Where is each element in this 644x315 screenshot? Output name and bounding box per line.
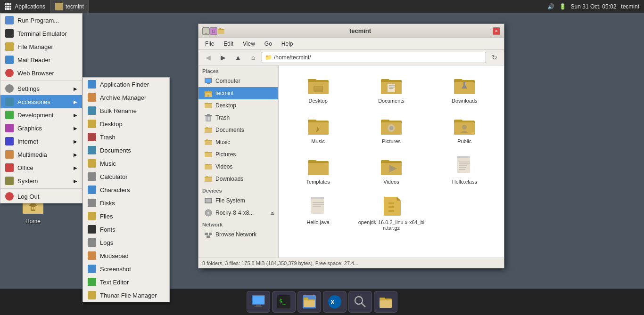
menu-item-settings[interactable]: Settings ▶	[0, 82, 82, 95]
file-item-openjdk[interactable]: openjdk-16.0.2_linu x-x64_bin.tar.gz	[355, 191, 427, 235]
svg-rect-112	[388, 202, 394, 204]
taskbar-filemgr-icon	[379, 295, 393, 309]
volume-icon[interactable]: 🔊	[547, 3, 554, 10]
window-tab-tecmint[interactable]: tecmint	[50, 0, 89, 13]
home-button[interactable]: ⌂	[247, 51, 260, 64]
reload-button[interactable]: ↻	[488, 51, 501, 64]
multimedia-icon	[5, 150, 14, 159]
apps-grid-icon	[5, 3, 11, 10]
submenu-item-texteditor[interactable]: Text Editor	[83, 275, 169, 289]
file-item-documents[interactable]: Documents	[355, 69, 427, 108]
sidebar-item-trash[interactable]: Trash	[198, 112, 278, 124]
submenu-item-disks[interactable]: Disks	[83, 196, 169, 210]
taskbar-btn-filemgr2[interactable]	[374, 291, 397, 313]
menu-item-development[interactable]: Development ▶	[0, 108, 82, 121]
submenu-item-thunar[interactable]: Thunar File Manager	[83, 289, 169, 302]
sidebar-item-documents[interactable]: Documents	[198, 124, 278, 136]
submenu-item-trash[interactable]: Trash	[83, 130, 169, 144]
fm-menu-help[interactable]: Help	[277, 39, 298, 48]
menu-item-logout[interactable]: Log Out	[0, 190, 82, 203]
submenu-item-files[interactable]: Files	[83, 210, 169, 223]
svg-point-54	[207, 212, 209, 214]
username: tecmint	[621, 3, 639, 10]
sidebar-item-filesystem[interactable]: File System	[198, 194, 278, 207]
file-item-pictures[interactable]: Pictures	[355, 110, 427, 148]
menu-item-webbrowser[interactable]: Web Browser	[0, 66, 82, 80]
graphics-icon	[5, 124, 14, 132]
submenu-item-documents[interactable]: Documents	[83, 144, 169, 157]
file-item-public[interactable]: Public	[429, 110, 500, 148]
menu-item-mailreader[interactable]: Mail Reader	[0, 53, 82, 66]
sidebar-item-browsenetwork[interactable]: Browse Network	[198, 228, 278, 241]
submenu-item-bulkrename[interactable]: Bulk Rename	[83, 104, 169, 117]
fm-menu-edit[interactable]: Edit	[219, 39, 238, 48]
taskbar-btn-desktop[interactable]	[247, 291, 270, 313]
taskbar-btn-search[interactable]	[348, 291, 372, 313]
file-item-music[interactable]: ♪ Music	[282, 110, 354, 148]
file-item-desktop[interactable]: Desktop	[282, 69, 354, 108]
submenu-item-mousepad[interactable]: Mousepad	[83, 249, 169, 262]
sidebar-item-desktop[interactable]: Desktop	[198, 99, 278, 112]
sidebar-item-downloads[interactable]: Downloads	[198, 173, 278, 185]
forward-button[interactable]: ▶	[216, 51, 230, 64]
sidebar-item-music[interactable]: Music	[198, 136, 278, 148]
applications-button[interactable]: Applications	[0, 0, 50, 13]
menu-item-graphics[interactable]: Graphics ▶	[0, 121, 82, 135]
taskbar-btn-files[interactable]	[297, 291, 321, 313]
svg-rect-99	[457, 156, 470, 158]
file-item-videos[interactable]: Videos	[355, 150, 427, 189]
submenu-item-desktop[interactable]: Desktop	[83, 117, 169, 130]
fm-menu-go[interactable]: Go	[260, 39, 277, 48]
submenu-item-characters[interactable]: Characters	[83, 183, 169, 196]
optical-drive-icon	[204, 209, 213, 217]
fm-sidebar: Places Computer tecmint	[198, 65, 279, 258]
file-item-downloads[interactable]: Downloads	[429, 69, 500, 108]
taskbar-btn-terminal[interactable]: $_	[272, 291, 296, 313]
menu-item-office[interactable]: Office ▶	[0, 161, 82, 174]
sidebar-item-pictures[interactable]: Pictures	[198, 148, 278, 161]
window-minimize-button[interactable]: _	[202, 27, 210, 35]
svg-point-86	[389, 126, 393, 130]
file-item-hellojava[interactable]: Hello.java	[282, 191, 354, 235]
sidebar-item-computer[interactable]: Computer	[198, 75, 278, 87]
file-item-helloclass[interactable]: Hello.class	[429, 150, 500, 189]
submenu-item-screenshot[interactable]: Screenshot	[83, 262, 169, 275]
svg-text:X: X	[330, 299, 335, 306]
filemanager-window: _ □ tecmint ✕ File Edit View Go Help ◀ ▶…	[198, 24, 504, 268]
file-java-icon	[307, 195, 330, 218]
menu-item-multimedia[interactable]: Multimedia ▶	[0, 148, 82, 161]
menu-item-system[interactable]: System ▶	[0, 174, 82, 187]
menu-item-filemanager[interactable]: File Manager	[0, 40, 82, 53]
svg-rect-22	[206, 84, 211, 84]
window-close-button[interactable]: ✕	[493, 27, 500, 35]
parent-button[interactable]: ▲	[231, 51, 245, 64]
menu-item-internet[interactable]: Internet ▶	[0, 135, 82, 148]
menu-item-accessories[interactable]: Accessories ▶	[0, 95, 82, 108]
fm-menu-file[interactable]: File	[200, 39, 219, 48]
svg-rect-57	[206, 236, 210, 238]
sidebar-item-videos[interactable]: Videos	[198, 161, 278, 173]
menu-item-run[interactable]: Run Program...	[0, 14, 82, 27]
submenu-item-music[interactable]: Music	[83, 157, 169, 170]
submenu-item-logs[interactable]: Logs	[83, 236, 169, 249]
fm-title: tecmint	[228, 27, 493, 34]
menu-item-terminal[interactable]: Terminal Emulator	[0, 27, 82, 40]
svg-rect-92	[308, 163, 329, 175]
submenu-item-archivemgr[interactable]: Archive Manager	[83, 91, 169, 104]
svg-rect-69	[388, 84, 395, 92]
submenu-item-fonts[interactable]: Fonts	[83, 223, 169, 236]
taskbar-btn-xfce[interactable]: X	[323, 291, 347, 313]
back-button[interactable]: ◀	[201, 51, 215, 64]
submenu-item-calculator[interactable]: Calculator	[83, 170, 169, 183]
sidebar-item-tecmint[interactable]: tecmint	[198, 87, 278, 99]
fm-menu-view[interactable]: View	[238, 39, 260, 48]
sidebar-item-rocky[interactable]: Rocky-8-4-x8... ⏏	[198, 207, 278, 219]
file-item-templates[interactable]: Templates	[282, 150, 354, 189]
window-maximize-button[interactable]: □	[210, 27, 217, 35]
svg-rect-130	[380, 300, 392, 308]
submenu-item-appfinder[interactable]: Application Finder	[83, 78, 169, 91]
address-bar[interactable]: 📁 /home/tecmint/	[262, 52, 486, 63]
eject-icon[interactable]: ⏏	[270, 210, 274, 216]
folder-videos-icon	[380, 154, 403, 177]
taskbar-terminal-icon: $_	[277, 295, 291, 309]
